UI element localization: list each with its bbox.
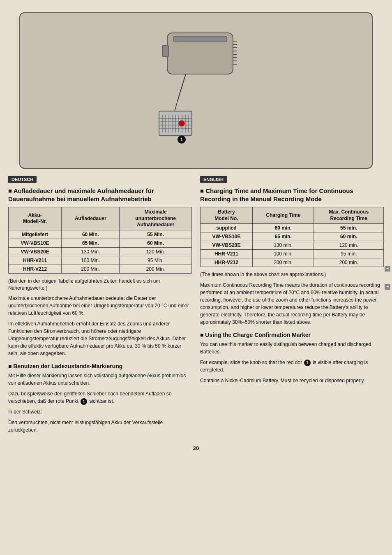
edge-tab-1: ◄ bbox=[385, 266, 390, 272]
table-row: supplied 60 min. 55 min. bbox=[201, 224, 384, 232]
deutsch-body2: Im effektiven Aufnahmebetrieb erhöht der… bbox=[8, 320, 192, 357]
table-row: HHR-V211 100 Min. 95 Min. bbox=[9, 256, 192, 265]
deutsch-lang-label: DEUTSCH bbox=[8, 176, 37, 183]
de-col-header-2: Aufladedauer bbox=[62, 207, 120, 230]
en-cell: 95 min. bbox=[314, 250, 384, 258]
de-cell: 100 Min. bbox=[62, 256, 120, 265]
de-cell: 95 Min. bbox=[120, 256, 192, 265]
en-cell: 200 min. bbox=[314, 258, 384, 267]
en-cell: VW-VBS20E bbox=[201, 241, 253, 250]
illustration-box: 1 bbox=[19, 12, 373, 169]
table-row: VW-VBS10E 65 min. 60 min. bbox=[201, 232, 384, 241]
de-cell: 55 Min. bbox=[120, 230, 192, 239]
table-row: VW-VBS20E 130 min. 120 min. bbox=[201, 241, 384, 250]
table-row: HHR-V212 200 Min. 200 Min. bbox=[9, 265, 192, 273]
table-row: HHR-V211 100 min. 95 min. bbox=[201, 250, 384, 258]
edge-tab-2: ◄ bbox=[385, 284, 390, 290]
de-cell: HHR-V211 bbox=[9, 256, 62, 265]
english-sub-body2: For example, slide the knob so that the … bbox=[200, 359, 384, 374]
de-cell: Mitgeliefert bbox=[9, 230, 62, 239]
de-cell: 200 Min. bbox=[120, 265, 192, 273]
deutsch-body1: Maximale ununterbrochene Aufnahmedauer b… bbox=[8, 295, 192, 317]
page-number: 20 bbox=[8, 445, 384, 451]
en-cell: 100 min. bbox=[252, 250, 314, 258]
deutsch-subsection-title: Benutzen der Ladezustands-Markierung bbox=[8, 363, 192, 369]
en-cell: VW-VBS10E bbox=[201, 232, 253, 241]
en-cell: HHR-V211 bbox=[201, 250, 253, 258]
en-col-header-3: Max. ContinuousRecording Time bbox=[314, 207, 384, 224]
battery-illustration: 1 bbox=[110, 21, 282, 160]
de-cell: 60 Min. bbox=[62, 230, 120, 239]
svg-text:1: 1 bbox=[180, 137, 183, 142]
en-cell: 130 min. bbox=[252, 241, 314, 250]
de-col-header-1: Akku-Modell-Nr. bbox=[9, 207, 62, 230]
english-body1: Maximum Continuous Recording Time means … bbox=[200, 281, 384, 326]
english-sub-body2-text: For example, slide the knob so that the … bbox=[200, 360, 302, 365]
de-cell: VW-VBS10E bbox=[9, 239, 62, 247]
circle-number-1-en: 1 bbox=[304, 360, 311, 366]
svg-rect-1 bbox=[173, 36, 227, 42]
en-col-header-1: BatteryModel No. bbox=[201, 207, 253, 224]
deutsch-sub-body2b: sichtbar ist. bbox=[89, 398, 114, 404]
de-col-header-3: MaximaleununterbrocheneAufnahmedauer bbox=[120, 207, 192, 230]
table-row: Mitgeliefert 60 Min. 55 Min. bbox=[9, 230, 192, 239]
deutsch-column: DEUTSCH Aufladedauer und maximale Aufnah… bbox=[8, 176, 192, 437]
circle-number-1: 1 bbox=[81, 398, 87, 405]
table-row: HHR-V212 200 min. 200 min. bbox=[201, 258, 384, 267]
de-cell: VW-VBS20E bbox=[9, 247, 62, 256]
svg-line-12 bbox=[175, 101, 178, 111]
en-cell: 65 min. bbox=[252, 232, 314, 241]
svg-line-11 bbox=[178, 74, 186, 101]
content-area: DEUTSCH Aufladedauer und maximale Aufnah… bbox=[8, 176, 384, 437]
english-subsection-title: Using the Charge Confirmation Marker bbox=[200, 332, 384, 338]
deutsch-table: Akku-Modell-Nr. Aufladedauer Maximaleunu… bbox=[8, 207, 192, 274]
svg-point-27 bbox=[179, 121, 184, 126]
en-cell: 120 min. bbox=[314, 241, 384, 250]
deutsch-sub-body2: Dazu beispielsweise den geriffelten Schi… bbox=[8, 390, 192, 405]
deutsch-section-title: Aufladedauer und maximale Aufnahmedauer … bbox=[8, 187, 192, 203]
english-note: (The times shown in the above chart are … bbox=[200, 271, 384, 278]
english-sub-body1: You can use this marker to easily distin… bbox=[200, 341, 384, 355]
de-cell: 60 Min. bbox=[120, 239, 192, 247]
de-cell: HHR-V212 bbox=[9, 265, 62, 273]
deutsch-sub-body4: Den verbrauchten, nicht mehr leistungsfä… bbox=[8, 419, 192, 434]
en-cell: 55 min. bbox=[314, 224, 384, 232]
table-row: VW-VBS10E 65 Min. 60 Min. bbox=[9, 239, 192, 247]
deutsch-sub-body1: Mit Hilfe dieser Markierung lassen sich … bbox=[8, 372, 192, 387]
en-cell: 200 min. bbox=[252, 258, 314, 267]
en-cell: HHR-V212 bbox=[201, 258, 253, 267]
deutsch-sub-body3: In der Schweiz: bbox=[8, 408, 192, 416]
en-cell: supplied bbox=[201, 224, 253, 232]
english-column: ENGLISH Charging Time and Maximum Time f… bbox=[200, 176, 384, 437]
en-cell: 60 min. bbox=[314, 232, 384, 241]
table-row: VW-VBS20E 130 Min. 120 Min. bbox=[9, 247, 192, 256]
page: 1 DEUTSCH Aufladedauer und maximale Aufn… bbox=[0, 0, 392, 555]
english-section-title: Charging Time and Maximum Time for Conti… bbox=[200, 187, 384, 203]
svg-rect-10 bbox=[162, 45, 168, 57]
en-col-header-2: Charging Time bbox=[252, 207, 314, 224]
de-cell: 65 Min. bbox=[62, 239, 120, 247]
en-cell: 60 min. bbox=[252, 224, 314, 232]
de-cell: 130 Min. bbox=[62, 247, 120, 256]
english-lang-label: ENGLISH bbox=[200, 176, 227, 183]
english-table: BatteryModel No. Charging Time Max. Cont… bbox=[200, 207, 384, 267]
de-cell: 200 Min. bbox=[62, 265, 120, 273]
de-cell: 120 Min. bbox=[120, 247, 192, 256]
deutsch-note: (Bei den in der obigen Tabelle aufgeführ… bbox=[8, 278, 192, 292]
right-edge-tabs: ◄ ◄ bbox=[385, 266, 390, 290]
english-sub-body3: Contains a Nickel-Cadmium Battery. Must … bbox=[200, 377, 384, 384]
